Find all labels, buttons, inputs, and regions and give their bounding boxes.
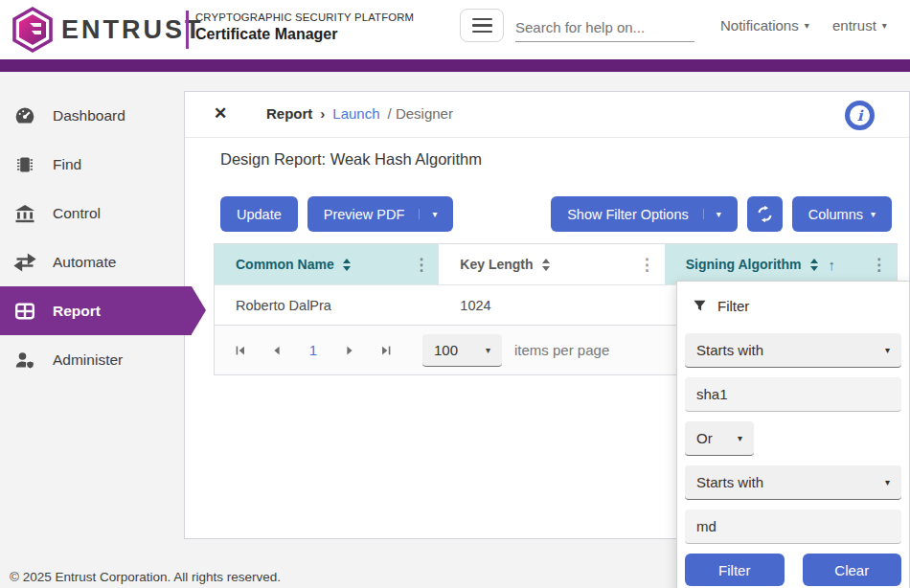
first-page-button[interactable] <box>229 339 252 362</box>
columns-button[interactable]: Columns▾ <box>792 196 892 232</box>
product-name: Certificate Manager <box>195 26 338 43</box>
sidebar-nav: Dashboard Find Control Automate Report <box>0 72 192 588</box>
filter-operator-1-value: Starts with <box>696 342 763 358</box>
help-search <box>515 12 694 42</box>
caret-down-icon: ▾ <box>885 477 890 487</box>
sort-icon[interactable] <box>809 259 819 271</box>
certificate-manager-app: ENTRUST CRYPTOGRAPHIC SECURITY PLATFORM … <box>0 0 910 588</box>
preview-pdf-button[interactable]: Preview PDF▾ <box>307 196 454 232</box>
apply-filter-label: Filter <box>718 562 750 578</box>
show-filter-options-label: Show Filter Options <box>567 207 689 222</box>
toolbar: Update Preview PDF▾ Show Filter Options▾… <box>220 196 892 232</box>
filter-popup-header: Filter <box>693 295 894 316</box>
show-filter-options-button[interactable]: Show Filter Options▾ <box>551 196 738 232</box>
column-header-signing-algorithm[interactable]: Signing Algorithm ↑ ⋮ <box>665 244 897 284</box>
column-header-key-length[interactable]: Key Length ⋮ <box>439 244 664 284</box>
transfer-arrows-icon <box>13 251 36 274</box>
update-button[interactable]: Update <box>220 196 298 232</box>
help-search-input[interactable] <box>515 12 694 42</box>
clear-filter-button[interactable]: Clear <box>803 554 902 586</box>
caret-down-icon: ▾ <box>805 20 809 31</box>
user-menu-label: entrust <box>832 17 876 34</box>
filter-logic-value: Or <box>696 430 713 446</box>
items-per-page-label: items per page <box>514 342 609 358</box>
user-shield-icon <box>13 349 36 372</box>
info-icon[interactable]: i <box>845 101 875 130</box>
user-menu[interactable]: entrust▾ <box>832 17 887 34</box>
column-menu-icon[interactable]: ⋮ <box>639 255 655 275</box>
gauge-icon <box>13 104 36 127</box>
platform-name: CRYPTOGRAPHIC SECURITY PLATFORM <box>195 11 414 23</box>
filter-popup-title: Filter <box>717 298 749 314</box>
breadcrumb: Report › Launch / Designer <box>266 105 453 122</box>
sort-icon[interactable] <box>342 259 352 271</box>
chevron-right-icon: › <box>320 105 325 122</box>
refresh-button[interactable] <box>747 196 783 232</box>
sidebar-item-find[interactable]: Find <box>0 140 192 189</box>
table-icon <box>13 300 36 323</box>
sidebar-item-label: Find <box>53 156 81 173</box>
breadcrumb-link-launch[interactable]: Launch <box>332 105 379 122</box>
table-header-row: Common Name ⋮ Key Length ⋮ Signing Algor… <box>215 244 897 284</box>
caret-down-icon: ▾ <box>885 345 890 355</box>
caret-down-icon: ▾ <box>738 433 742 443</box>
notifications-label: Notifications <box>720 17 799 34</box>
column-menu-icon[interactable]: ⋮ <box>413 255 429 275</box>
filter-operator-2-select[interactable]: Starts with ▾ <box>685 465 901 500</box>
brand-wordmark: ENTRUST <box>61 15 204 45</box>
page-number-current[interactable]: 1 <box>302 342 325 358</box>
column-label: Signing Algorithm <box>686 257 802 272</box>
last-page-button[interactable] <box>375 339 398 362</box>
column-header-common-name[interactable]: Common Name ⋮ <box>215 244 439 284</box>
breadcrumb-root[interactable]: Report <box>266 105 312 122</box>
sidebar-item-report[interactable]: Report <box>0 286 192 335</box>
breadcrumb-current: / Designer <box>388 105 453 122</box>
sidebar-item-administer[interactable]: Administer <box>0 335 192 384</box>
filter-logic-select[interactable]: Or ▾ <box>685 421 754 456</box>
brand-accent-band <box>0 59 910 72</box>
filter-value-1-input[interactable] <box>685 377 901 412</box>
caret-down-icon[interactable]: ▾ <box>419 209 437 219</box>
sidebar-item-label: Control <box>53 205 101 222</box>
sidebar-item-dashboard[interactable]: Dashboard <box>0 91 192 140</box>
cell-common-name: Roberto DalPra <box>215 298 439 313</box>
breadcrumb-bar: ✕ Report › Launch / Designer i <box>185 92 909 138</box>
update-button-label: Update <box>237 207 282 222</box>
sidebar-item-label: Automate <box>53 254 116 271</box>
caret-down-icon: ▾ <box>871 209 876 219</box>
close-icon[interactable]: ✕ <box>214 103 227 124</box>
page-size-select[interactable]: 100 ▾ <box>422 334 502 367</box>
first-page-icon <box>234 344 247 357</box>
preview-pdf-label: Preview PDF <box>324 207 405 222</box>
hamburger-menu-button[interactable] <box>460 9 504 42</box>
caret-down-icon[interactable]: ▾ <box>703 209 721 219</box>
filter-operator-2-value: Starts with <box>696 474 763 490</box>
sidebar-item-label: Dashboard <box>53 107 125 124</box>
apply-filter-button[interactable]: Filter <box>685 554 785 586</box>
sort-asc-arrow-icon: ↑ <box>829 257 836 273</box>
column-label: Common Name <box>236 257 334 272</box>
caret-down-icon: ▾ <box>486 345 490 355</box>
sidebar-item-automate[interactable]: Automate <box>0 237 192 286</box>
previous-page-icon <box>270 344 284 357</box>
sort-icon[interactable] <box>541 259 551 271</box>
sidebar-item-label: Report <box>53 303 101 320</box>
caret-down-icon: ▾ <box>882 20 887 31</box>
column-filter-popup: Filter Starts with ▾ Or ▾ Starts with ▾ … <box>676 281 910 588</box>
chip-icon <box>13 153 36 176</box>
bank-icon <box>13 202 36 225</box>
filter-operator-1-select[interactable]: Starts with ▾ <box>685 333 901 368</box>
next-page-button[interactable] <box>338 339 361 362</box>
page-title: Design Report: Weak Hash Algorithm <box>220 150 482 169</box>
previous-page-button[interactable] <box>265 339 288 362</box>
column-label: Key Length <box>460 257 533 272</box>
notifications-menu[interactable]: Notifications▾ <box>720 17 809 34</box>
filter-value-2-input[interactable] <box>685 509 901 544</box>
refresh-icon <box>756 205 774 223</box>
entrust-logo-icon <box>9 6 57 54</box>
column-menu-icon[interactable]: ⋮ <box>871 255 887 275</box>
clear-filter-label: Clear <box>834 562 869 578</box>
cell-key-length: 1024 <box>439 298 664 313</box>
sidebar-item-control[interactable]: Control <box>0 189 192 237</box>
top-header: ENTRUST CRYPTOGRAPHIC SECURITY PLATFORM … <box>0 0 910 59</box>
